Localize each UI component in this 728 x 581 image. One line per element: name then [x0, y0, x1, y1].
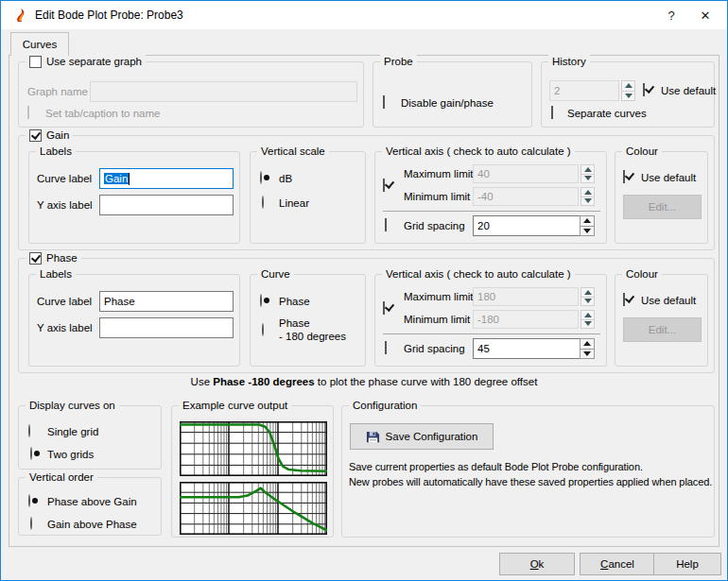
group-phase-curve: Curve Phase Phase - 180 degrees [250, 274, 366, 367]
separate-curves-checkbox[interactable] [551, 106, 553, 119]
gain-max-spinner [581, 164, 595, 183]
gain-colour-use-default-label: Use default [641, 172, 696, 183]
phase-colour-edit-button: Edit... [623, 317, 702, 342]
help-button[interactable]: Help [653, 553, 721, 575]
group-use-separate-graph: Use separate graph Graph name Set tab/ca… [18, 61, 364, 128]
group-configuration: Configuration Save Configuration Save cu… [341, 405, 715, 538]
spin-down-button[interactable] [580, 350, 595, 360]
cancel-button[interactable]: Cancel [580, 553, 655, 575]
phase-radio[interactable] [260, 294, 262, 307]
window-title: Edit Bode Plot Probe: Probe3 [35, 9, 183, 22]
spin-up-icon [584, 190, 592, 195]
phase-grid-spacing-field[interactable]: 45 [473, 338, 581, 359]
example-phase-plot [180, 421, 327, 476]
history-value-field: 2 [549, 80, 619, 101]
group-phase-vertical-axis: Vertical axis ( check to auto calculate … [374, 274, 607, 367]
title-bar: Edit Bode Plot Probe: Probe3 ? ✕ [1, 1, 727, 29]
app-icon [12, 8, 27, 23]
set-tab-caption-label: Set tab/caption to name [45, 108, 160, 119]
spin-up-icon [584, 290, 592, 295]
phase-grid-spinner[interactable] [580, 338, 595, 359]
phase-colour-use-default-checkbox[interactable] [623, 293, 625, 306]
spin-down-button [581, 298, 595, 307]
group-vertical-order: Vertical order Phase above Gain Gain abo… [18, 477, 162, 536]
gain-auto-calc-checkbox[interactable] [383, 179, 385, 192]
phase-above-gain-label: Phase above Gain [47, 496, 137, 507]
group-gain-vertical-scale: Vertical scale dB Linear [250, 151, 366, 244]
gain-colour-use-default-checkbox[interactable] [623, 170, 625, 183]
phase-max-limit-field: 180 [473, 287, 579, 306]
gain-linear-label: Linear [279, 197, 309, 209]
configuration-text-line2: New probes will automatically have these… [349, 476, 712, 487]
gain-grid-spacing-checkbox[interactable] [385, 218, 387, 231]
vertical-order-legend: Vertical order [29, 471, 94, 483]
use-separate-graph-checkbox[interactable] [29, 56, 42, 68]
spin-down-icon [584, 198, 592, 203]
tab-label: Curves [23, 39, 57, 50]
gain-above-phase-radio[interactable] [30, 517, 32, 530]
phase-auto-calc-checkbox[interactable] [383, 301, 385, 315]
phase-minus-180-radio[interactable] [262, 323, 264, 336]
gain-legend: Gain [46, 129, 69, 141]
spin-up-button [581, 310, 595, 320]
phase-yaxis-label-label: Y axis label [37, 322, 93, 333]
gain-db-label: dB [279, 173, 292, 184]
ok-button[interactable]: Ok [499, 553, 575, 575]
phase-above-gain-radio[interactable] [28, 494, 30, 507]
save-configuration-button[interactable]: Save Configuration [350, 423, 494, 450]
phase-colour-legend: Colour [626, 268, 658, 280]
spin-down-button [621, 92, 635, 102]
phase-grid-spacing-checkbox[interactable] [385, 341, 387, 354]
spin-up-button[interactable] [580, 215, 595, 227]
tab-curves[interactable]: Curves [10, 32, 69, 56]
phase-max-spinner [581, 287, 595, 306]
two-grids-radio[interactable] [30, 447, 32, 460]
gain-colour-legend: Colour [626, 145, 658, 157]
history-use-default-checkbox[interactable] [643, 83, 645, 96]
gain-curve-label-input[interactable]: Gain [99, 168, 234, 189]
gain-colour-edit-button: Edit... [623, 195, 702, 219]
close-icon[interactable]: ✕ [689, 1, 721, 29]
spin-up-icon [584, 167, 592, 172]
gain-grid-spacing-field[interactable]: 20 [473, 215, 581, 236]
gain-db-radio[interactable] [260, 171, 262, 184]
group-probe: Probe Disable gain/phase [373, 61, 532, 128]
two-grids-label: Two grids [47, 449, 94, 460]
phase-offset-note: Use Phase -180 degrees to plot the phase… [1, 376, 727, 387]
gain-grid-spacing-label: Grid spacing [404, 220, 465, 231]
spin-up-button [581, 187, 595, 197]
spin-up-icon [625, 83, 633, 88]
group-phase-labels: Labels Curve label Phase Y axis label [28, 274, 240, 367]
example-gain-plot [180, 482, 327, 535]
gain-min-spinner [581, 187, 595, 206]
spin-down-button[interactable] [580, 227, 595, 237]
single-grid-radio[interactable] [28, 424, 30, 437]
phase-vertical-axis-legend: Vertical axis ( check to auto calculate … [386, 268, 571, 280]
group-phase-colour: Colour Use default Edit... [615, 274, 708, 367]
phase-minus-180-label-line2: - 180 degrees [279, 331, 346, 342]
phase-colour-use-default-label: Use default [641, 295, 696, 306]
gain-enable-checkbox[interactable] [29, 129, 42, 142]
history-legend: History [552, 56, 586, 67]
gain-min-limit-field: -40 [473, 187, 579, 206]
phase-grid-spacing-label: Grid spacing [404, 343, 465, 354]
single-grid-label: Single grid [47, 426, 98, 437]
phase-max-limit-label: Maximum limit [404, 291, 473, 302]
save-icon [366, 430, 380, 444]
gain-max-limit-label: Maximum limit [404, 168, 473, 179]
graph-name-input [90, 81, 357, 102]
phase-curve-label-input[interactable]: Phase [99, 291, 234, 312]
use-separate-graph-label: Use separate graph [46, 56, 142, 67]
gain-above-phase-label: Gain above Phase [47, 519, 137, 530]
help-icon[interactable]: ? [655, 1, 687, 29]
phase-yaxis-label-input[interactable] [99, 317, 234, 338]
spin-up-button[interactable] [580, 338, 595, 350]
gain-yaxis-label-input[interactable] [99, 195, 234, 215]
group-phase: Phase Labels Curve label Phase Y axis la… [18, 258, 715, 373]
gain-linear-radio[interactable] [262, 196, 264, 209]
phase-enable-checkbox[interactable] [29, 252, 42, 265]
disable-gain-phase-checkbox[interactable] [383, 95, 385, 109]
gain-vertical-scale-legend: Vertical scale [261, 145, 325, 157]
gain-grid-spinner[interactable] [580, 215, 595, 236]
set-tab-caption-checkbox [27, 106, 29, 119]
